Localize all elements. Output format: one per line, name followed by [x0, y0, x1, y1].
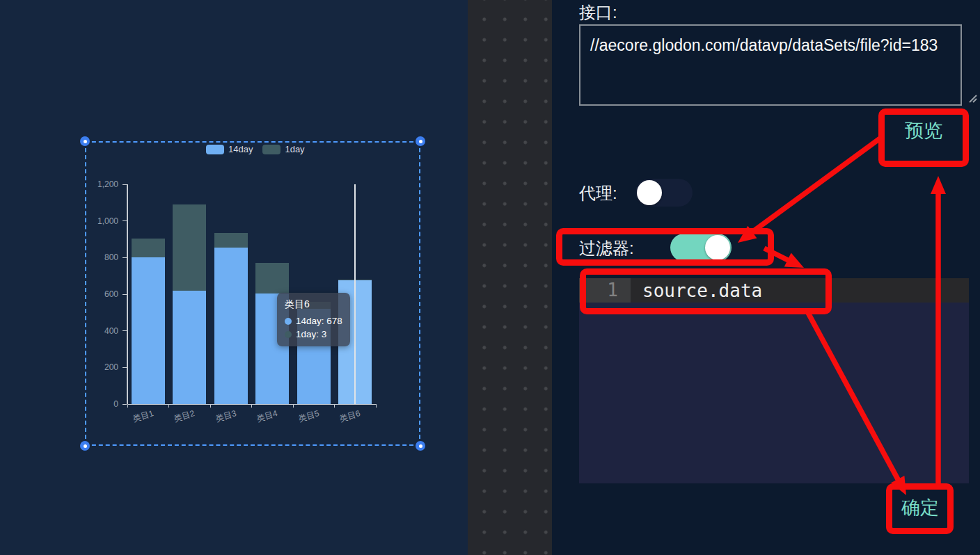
resize-handle-bottom-right[interactable] — [416, 441, 425, 451]
panel-divider-dotted-strip — [468, 0, 552, 555]
axis-pointer-line — [354, 184, 356, 404]
tooltip-title: 类目6 — [285, 298, 342, 311]
textarea-resize-grip[interactable] — [967, 92, 978, 104]
annotation-box-preview — [878, 108, 969, 167]
resize-handle-top-left[interactable] — [80, 136, 90, 146]
annotation-box-filter — [556, 228, 774, 266]
tooltip-series-dot — [285, 331, 292, 338]
tooltip-row-text: 14day: 678 — [296, 316, 342, 326]
proxy-label: 代理: — [579, 182, 617, 204]
api-label: 接口: — [579, 1, 617, 24]
proxy-toggle[interactable] — [635, 179, 693, 207]
tooltip-series-dot — [285, 318, 292, 325]
resize-handle-top-right[interactable] — [416, 136, 425, 146]
tooltip-row: 1day: 3 — [285, 328, 342, 341]
annotation-box-filter-code — [580, 268, 832, 314]
design-canvas[interactable]: 02004006008001,0001,200类目1类目2类目3类目4类目5类目… — [0, 0, 468, 555]
filter-code-editor-body[interactable] — [579, 303, 969, 483]
tooltip-row: 14day: 678 — [285, 314, 342, 328]
chart-tooltip: 类目6 14day: 6781day: 3 — [277, 293, 350, 346]
annotation-box-confirm — [886, 483, 954, 534]
proxy-toggle-knob — [637, 180, 662, 205]
tooltip-row-text: 1day: 3 — [296, 329, 326, 339]
api-url-textarea[interactable]: //aecore.glodon.com/datavp/dataSets/file… — [579, 24, 962, 106]
resize-handle-bottom-left[interactable] — [80, 441, 90, 451]
selection-outline — [85, 141, 420, 446]
